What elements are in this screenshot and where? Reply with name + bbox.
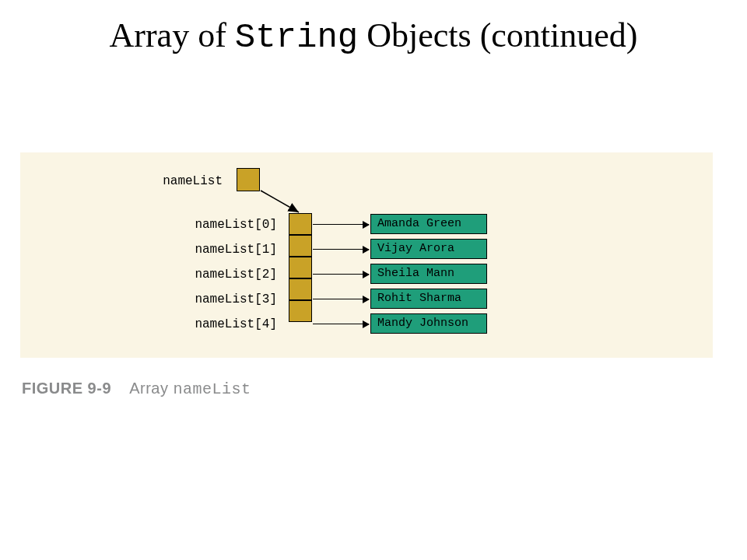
elem-arrow-1	[313, 249, 369, 250]
ref-label: nameList	[137, 174, 223, 188]
figure-panel: nameList nameList[0] Amanda Green nameLi…	[20, 152, 713, 358]
caption-tag: FIGURE 9-9	[22, 380, 111, 397]
slide-title: Array of String Objects (continued)	[0, 0, 747, 59]
elem-arrow-0	[313, 224, 369, 225]
ref-box	[237, 168, 260, 191]
title-prefix: Array of	[110, 16, 235, 54]
figure-caption: FIGURE 9-9 Array nameList	[22, 380, 251, 398]
elem-box-4	[289, 300, 312, 322]
elem-box-3	[289, 278, 312, 300]
elem-label-0: nameList[0]	[176, 218, 277, 232]
caption-mono: nameList	[174, 380, 251, 398]
string-box-0: Amanda Green	[370, 214, 487, 234]
array-diagram: nameList nameList[0] Amanda Green nameLi…	[20, 152, 713, 358]
string-box-3: Rohit Sharma	[370, 289, 487, 309]
title-mono: String	[235, 18, 358, 57]
string-box-1: Vijay Arora	[370, 239, 487, 259]
elem-label-4: nameList[4]	[176, 317, 277, 331]
elem-arrow-4	[313, 324, 369, 324]
string-box-2: Sheila Mann	[370, 264, 487, 284]
slide: Array of String Objects (continued) name…	[0, 0, 747, 560]
elem-label-3: nameList[3]	[176, 292, 277, 306]
title-suffix: Objects (continued)	[358, 16, 637, 54]
elem-box-0	[289, 213, 312, 235]
elem-label-1: nameList[1]	[176, 243, 277, 257]
elem-arrow-3	[313, 299, 369, 299]
string-box-4: Mandy Johnson	[370, 313, 487, 334]
elem-box-1	[289, 235, 312, 257]
elem-arrow-2	[313, 274, 369, 275]
caption-prefix: Array	[129, 380, 173, 397]
elem-label-2: nameList[2]	[176, 268, 277, 282]
svg-line-0	[261, 191, 299, 212]
elem-box-2	[289, 257, 312, 278]
